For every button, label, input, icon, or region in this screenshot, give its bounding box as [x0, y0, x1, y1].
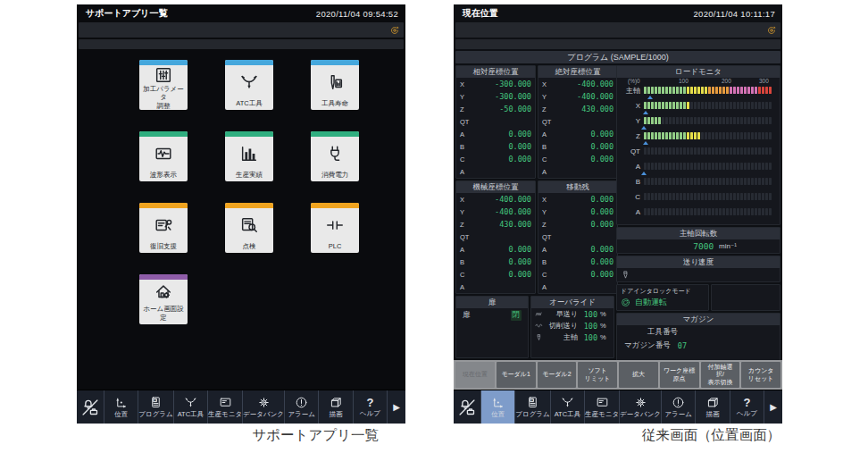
- monitor-column: ロードモニタ (%)0100200300 主軸XYZQTABCA 主軸回転数 7…: [616, 65, 780, 358]
- axis-label: C: [542, 271, 556, 279]
- override-row: 主軸100%: [531, 331, 613, 343]
- load-axis-label: Y: [617, 117, 644, 125]
- load-bar: [644, 132, 772, 146]
- function-key[interactable]: モーダル1: [497, 362, 536, 388]
- tile-label: 波形表示: [139, 171, 188, 181]
- alarm-lamp-button[interactable]: [454, 390, 480, 424]
- toolbar-item-label: プログラム: [138, 410, 172, 419]
- load-monitor-scale: (%)0100200300: [642, 78, 771, 86]
- load-axis-label: A: [617, 163, 644, 171]
- toolbar-item-label: ATC工具: [178, 410, 204, 419]
- power-plug-icon: [325, 144, 345, 164]
- axis-value: -400.000: [474, 195, 531, 204]
- toolbar-next-arrow[interactable]: ▶: [387, 390, 405, 424]
- app-tile[interactable]: 復旧支援: [139, 203, 188, 253]
- axis-value: 0.000: [474, 130, 531, 138]
- coord-pair-top: 相対座標位置X-300.000Y-300.000Z-50.000QTA0.000…: [455, 65, 614, 179]
- app-tile[interactable]: ATC工具: [225, 60, 273, 110]
- door-label: 扉: [463, 310, 471, 321]
- toolbar-item-データバンク[interactable]: データバンク: [242, 390, 284, 424]
- function-key[interactable]: ワーク座標 原点: [660, 362, 699, 388]
- left-message-bar-1: [79, 22, 404, 38]
- toolbar-item-描画[interactable]: 描画: [318, 390, 352, 424]
- spindle-icon: [621, 270, 630, 280]
- axis-label: X: [460, 80, 474, 88]
- load-bar: [644, 193, 772, 206]
- door-section: 扉 扉 閉: [455, 296, 529, 358]
- app-tile[interactable]: PLC: [311, 203, 359, 253]
- monitor-icon: [596, 396, 609, 409]
- coord-section-title: 移動残: [538, 181, 617, 193]
- program-icon: G: [526, 396, 539, 409]
- coord-row: A0.000: [456, 128, 535, 140]
- toolbar-item-ATC工具[interactable]: ATC工具: [173, 390, 207, 424]
- axis-label: Y: [542, 93, 556, 101]
- axis-label: Z: [542, 221, 556, 229]
- toolbar-item-プログラム[interactable]: Gプログラム: [138, 390, 172, 424]
- toolbar-item-位置[interactable]: 位置: [104, 390, 138, 424]
- function-key[interactable]: 拡大: [619, 362, 658, 388]
- tile-icon-area: [311, 65, 359, 99]
- function-key[interactable]: ソフト リミット: [578, 362, 617, 388]
- function-key[interactable]: 付加軸選 択/ 表示切換: [701, 362, 740, 388]
- coord-row: X-300.000: [456, 78, 535, 90]
- axis-label: X: [542, 196, 556, 204]
- axis-label: A: [460, 168, 474, 176]
- axis-value: 0.000: [474, 245, 531, 254]
- toolbar-item-位置[interactable]: 位置: [480, 390, 514, 424]
- interlock-empty-box: [711, 284, 780, 311]
- lamp-tray-icon: [458, 398, 476, 416]
- toolbar-item-ヘルプ[interactable]: ?ヘルプ: [353, 390, 387, 424]
- lamp-tray-icon: [81, 398, 99, 416]
- door-status-row: 扉 閉: [456, 308, 528, 323]
- toolbar-item-プログラム[interactable]: Gプログラム: [514, 390, 549, 424]
- toolbar-item-ATC工具[interactable]: ATC工具: [550, 390, 584, 424]
- load-axis-label: A: [617, 208, 644, 216]
- app-tile[interactable]: 点検: [225, 203, 273, 253]
- axis-value: 430.000: [474, 220, 531, 229]
- toolbar-item-アラーム[interactable]: アラーム: [284, 390, 318, 424]
- toolbar-item-label: プログラム: [515, 410, 549, 419]
- axis-label: A: [460, 283, 474, 291]
- toolbar-item-生産モニタ[interactable]: 生産モニタ: [207, 390, 242, 424]
- refresh-icon[interactable]: [766, 25, 777, 36]
- axis-label: QT: [460, 118, 474, 126]
- left-caption: サポートアプリ一覧: [77, 426, 379, 445]
- function-key[interactable]: モーダル2: [538, 362, 577, 388]
- toolbar-next-arrow[interactable]: ▶: [764, 390, 782, 424]
- app-tile[interactable]: 加工パラメータ 調整: [139, 60, 188, 110]
- toolbar-item-描画[interactable]: 描画: [695, 390, 729, 424]
- alarm-lamp-button[interactable]: [77, 390, 104, 424]
- coord-row: Z-50.000: [456, 103, 535, 115]
- coord-row: X-400.000: [538, 78, 617, 90]
- axis-value: -300.000: [474, 92, 531, 101]
- toolbar-item-生産モニタ[interactable]: 生産モニタ: [584, 390, 619, 424]
- app-tile[interactable]: 波形表示: [139, 131, 188, 181]
- refresh-icon[interactable]: [389, 25, 400, 36]
- coord-row: QT: [456, 115, 535, 128]
- toolbar-item-label: 生産モニタ: [208, 410, 242, 419]
- tile-label: PLC: [311, 242, 359, 253]
- load-marker: [641, 172, 647, 175]
- app-tile[interactable]: 消費電力: [311, 131, 359, 181]
- toolbar-item-アラーム[interactable]: アラーム: [661, 390, 695, 424]
- load-bar: [644, 117, 772, 130]
- svg-text:G: G: [154, 398, 156, 402]
- left-page-title: サポートアプリ一覧: [86, 7, 167, 20]
- tile-icon-area: [311, 208, 359, 242]
- override-label: 主軸: [546, 332, 578, 342]
- main-area: 相対座標位置X-300.000Y-300.000Z-50.000QTA0.000…: [454, 63, 782, 360]
- function-key[interactable]: 現在位置: [455, 362, 495, 388]
- home-settings-icon: [154, 282, 173, 302]
- function-key[interactable]: カウンタ リセット: [741, 362, 780, 388]
- axis-value: 0.000: [474, 257, 531, 266]
- coord-section: 移動残X0.000Y0.000Z0.000QTA0.000B0.000C0.00…: [538, 180, 618, 294]
- toolbar-item-label: 描画: [330, 410, 343, 419]
- app-tile[interactable]: 生産実績: [225, 131, 273, 181]
- app-tile[interactable]: 工具寿命: [311, 60, 359, 110]
- load-axis-label: B: [617, 178, 644, 186]
- app-tile[interactable]: ホーム画面設定: [139, 274, 188, 324]
- load-marker: [647, 96, 653, 99]
- toolbar-item-ヘルプ[interactable]: ?ヘルプ: [730, 390, 764, 424]
- toolbar-item-データバンク[interactable]: データバンク: [619, 390, 661, 424]
